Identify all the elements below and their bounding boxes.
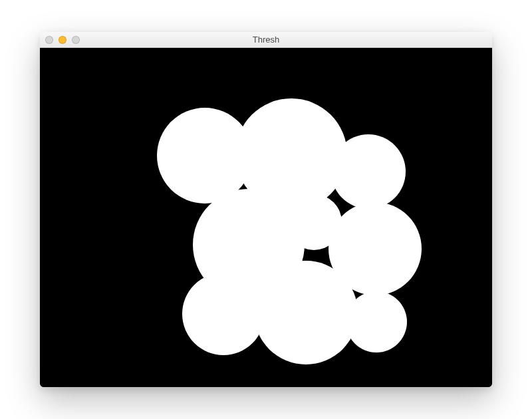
traffic-lights bbox=[45, 36, 80, 44]
blob-circle bbox=[346, 291, 407, 352]
titlebar: Thresh bbox=[40, 32, 492, 48]
minimize-icon[interactable] bbox=[59, 36, 66, 44]
zoom-icon[interactable] bbox=[72, 36, 80, 44]
window: Thresh bbox=[40, 32, 492, 387]
blob-circle bbox=[254, 261, 358, 364]
threshold-image bbox=[40, 48, 492, 387]
image-canvas bbox=[40, 48, 492, 387]
window-title: Thresh bbox=[40, 35, 492, 45]
blob-circle bbox=[182, 273, 265, 355]
blob-circle bbox=[331, 134, 406, 209]
close-icon[interactable] bbox=[45, 36, 53, 44]
